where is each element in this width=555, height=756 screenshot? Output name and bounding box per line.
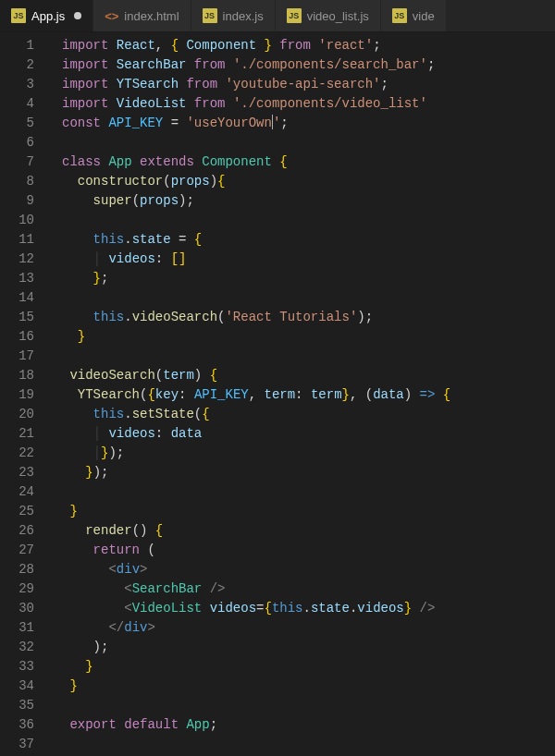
- line-number: 33: [0, 657, 51, 677]
- line-number: 35: [0, 696, 51, 715]
- line-number: 14: [0, 288, 51, 308]
- code-line[interactable]: }: [62, 327, 555, 347]
- line-number: 5: [0, 114, 51, 133]
- code-line[interactable]: };: [62, 269, 555, 288]
- tab-label: vide: [413, 9, 435, 23]
- line-number: 2: [0, 55, 51, 75]
- code-line[interactable]: [62, 482, 555, 502]
- line-number: 32: [0, 638, 51, 657]
- line-number: 16: [0, 327, 51, 347]
- editor[interactable]: 1234567891011121314151617181920212223242…: [0, 32, 555, 756]
- line-number: 19: [0, 385, 51, 405]
- line-number: 31: [0, 618, 51, 638]
- line-number: 11: [0, 230, 51, 250]
- code-line[interactable]: │ videos: []: [62, 250, 555, 269]
- code-line[interactable]: super(props);: [62, 191, 555, 211]
- tab-label: video_list.js: [307, 9, 369, 23]
- code-line[interactable]: this.videoSearch('React Tutorials');: [62, 308, 555, 327]
- code-line[interactable]: this.setState({: [62, 405, 555, 424]
- line-number: 37: [0, 735, 51, 754]
- code-line[interactable]: return (: [62, 541, 555, 560]
- code-line[interactable]: }: [62, 502, 555, 521]
- js-icon: JS: [287, 8, 302, 23]
- code-line[interactable]: <VideoList videos={this.state.videos} />: [62, 599, 555, 618]
- line-number: 28: [0, 560, 51, 579]
- line-number: 21: [0, 424, 51, 444]
- tab-bar: JS App.js <> index.html JS index.js JS v…: [0, 0, 555, 32]
- code-line[interactable]: [62, 288, 555, 308]
- line-number-gutter: 1234567891011121314151617181920212223242…: [0, 32, 51, 756]
- code-line[interactable]: export default App;: [62, 715, 555, 735]
- tab-video-list-js[interactable]: JS video_list.js: [276, 0, 381, 31]
- code-line[interactable]: [62, 696, 555, 715]
- code-line[interactable]: }: [62, 657, 555, 677]
- line-number: 18: [0, 366, 51, 385]
- js-icon: JS: [392, 8, 407, 23]
- tab-app-js[interactable]: JS App.js: [0, 0, 93, 31]
- code-line[interactable]: class App extends Component {: [62, 152, 555, 172]
- line-number: 20: [0, 405, 51, 424]
- code-line[interactable]: videoSearch(term) {: [62, 366, 555, 385]
- tab-index-js[interactable]: JS index.js: [191, 0, 276, 31]
- line-number: 9: [0, 191, 51, 211]
- line-number: 22: [0, 444, 51, 463]
- code-line[interactable]: [62, 133, 555, 152]
- line-number: 3: [0, 75, 51, 94]
- line-number: 36: [0, 715, 51, 735]
- code-line[interactable]: import SearchBar from './components/sear…: [62, 55, 555, 75]
- code-line[interactable]: });: [62, 463, 555, 482]
- line-number: 1: [0, 36, 51, 55]
- line-number: 17: [0, 347, 51, 366]
- code-line[interactable]: │});: [62, 444, 555, 463]
- line-number: 25: [0, 502, 51, 521]
- line-number: 27: [0, 541, 51, 560]
- line-number: 7: [0, 152, 51, 172]
- js-icon: JS: [11, 8, 26, 23]
- code-line[interactable]: [62, 211, 555, 230]
- line-number: 4: [0, 94, 51, 114]
- line-number: 30: [0, 599, 51, 618]
- line-number: 23: [0, 463, 51, 482]
- code-line[interactable]: │ videos: data: [62, 424, 555, 444]
- code-line[interactable]: [62, 735, 555, 754]
- line-number: 10: [0, 211, 51, 230]
- code-line[interactable]: this.state = {: [62, 230, 555, 250]
- line-number: 24: [0, 482, 51, 502]
- code-line[interactable]: constructor(props){: [62, 172, 555, 191]
- line-number: 29: [0, 579, 51, 599]
- dirty-dot-icon: [74, 12, 81, 19]
- line-number: 8: [0, 172, 51, 191]
- line-number: 26: [0, 521, 51, 541]
- code-line[interactable]: [62, 347, 555, 366]
- code-line[interactable]: YTSearch({key: API_KEY, term: term}, (da…: [62, 385, 555, 405]
- code-line[interactable]: render() {: [62, 521, 555, 541]
- tab-label: index.html: [124, 9, 179, 23]
- line-number: 12: [0, 250, 51, 269]
- code-line[interactable]: <SearchBar />: [62, 579, 555, 599]
- line-number: 15: [0, 308, 51, 327]
- code-line[interactable]: <div>: [62, 560, 555, 579]
- code-area[interactable]: import React, { Component } from 'react'…: [51, 32, 555, 756]
- line-number: 13: [0, 269, 51, 288]
- code-line[interactable]: }: [62, 677, 555, 696]
- code-line[interactable]: import YTSearch from 'youtube-api-search…: [62, 75, 555, 94]
- code-line[interactable]: );: [62, 638, 555, 657]
- js-icon: JS: [203, 8, 217, 23]
- tab-label: App.js: [31, 9, 65, 23]
- code-line[interactable]: import VideoList from './components/vide…: [62, 94, 555, 114]
- code-line[interactable]: import React, { Component } from 'react'…: [62, 36, 555, 55]
- html-icon: <>: [105, 9, 118, 23]
- line-number: 34: [0, 677, 51, 696]
- code-line[interactable]: </div>: [62, 618, 555, 638]
- line-number: 6: [0, 133, 51, 152]
- tab-label: index.js: [223, 9, 264, 23]
- tab-overflow[interactable]: JS vide: [381, 0, 447, 31]
- tab-index-html[interactable]: <> index.html: [93, 0, 191, 31]
- code-line[interactable]: const API_KEY = 'useYourOwn';: [62, 114, 555, 133]
